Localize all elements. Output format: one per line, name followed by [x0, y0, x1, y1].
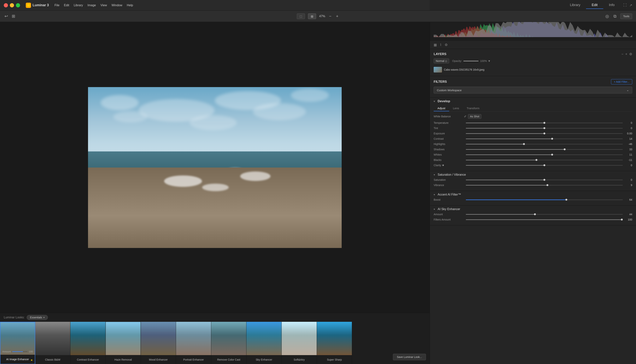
blacks-slider[interactable] — [466, 160, 623, 160]
look-portrait-enhancer[interactable]: Portrait Enhancer — [176, 322, 211, 364]
menu-view[interactable]: View — [100, 4, 107, 7]
filters-amount-slider[interactable] — [466, 220, 623, 220]
boost-slider[interactable] — [466, 200, 623, 200]
wb-eyedropper-icon[interactable]: ✐ — [464, 115, 466, 118]
layer-item[interactable]: Cabo waves DSC05176 16x9.jpeg — [434, 65, 632, 74]
menu-library[interactable]: Library — [74, 4, 83, 7]
temperature-slider[interactable] — [466, 123, 623, 123]
look-classic-bw[interactable]: Classic B&W — [35, 322, 70, 364]
panel-icons-row: ▦ ⌇ ⚙ — [430, 41, 636, 49]
amount-slider[interactable] — [12, 351, 28, 352]
look-thumb-mood — [141, 322, 176, 355]
vibrance-slider[interactable] — [466, 185, 623, 186]
sky-amount-slider[interactable] — [466, 214, 623, 215]
develop-tab-adjust[interactable]: Adjust — [434, 106, 449, 111]
exposure-slider[interactable] — [466, 133, 623, 134]
menu-edit[interactable]: Edit — [64, 4, 69, 7]
look-super-sharp[interactable]: Super Sharp — [317, 322, 352, 364]
opacity-slider[interactable] — [463, 61, 478, 61]
look-sky-enhancer[interactable]: Sky Enhancer — [246, 322, 282, 364]
look-contrast-enhancer[interactable]: Contrast Enhancer — [70, 322, 106, 364]
look-haze-removal[interactable]: Haze Removal — [106, 322, 141, 364]
edit-tab[interactable]: Edit — [586, 2, 603, 9]
essentials-tab[interactable]: Essentials × — [27, 315, 48, 320]
preview-before-icon[interactable]: ◎ — [604, 13, 610, 20]
layers-plus-button[interactable]: + — [625, 52, 627, 56]
waveform-icon[interactable]: ⌇ — [440, 43, 442, 47]
sky-amount-value: 44 — [625, 213, 632, 216]
develop-tab-transform[interactable]: Transform — [463, 106, 483, 111]
shadows-row: Shadows 33 — [434, 148, 632, 151]
maximize-button[interactable] — [16, 3, 20, 8]
menu-file[interactable]: File — [54, 4, 60, 7]
zoom-in-icon[interactable]: + — [335, 13, 339, 20]
clarity-thumb[interactable] — [544, 164, 545, 166]
look-soft-airy[interactable]: Soft&Airy — [282, 322, 317, 364]
histogram-panel-icon[interactable]: ▦ — [434, 43, 437, 47]
view-mode-btn[interactable]: ▨ — [308, 14, 316, 19]
workspace-selector[interactable]: Custom Workspace ⌄ — [434, 87, 632, 94]
exposure-thumb[interactable] — [544, 132, 545, 134]
toolbar-center-group: ⬚ ▨ 47% − + — [297, 13, 339, 20]
menu-help[interactable]: Help — [127, 4, 133, 7]
save-luminar-look-button[interactable]: Save Luminar Look... — [393, 354, 426, 360]
compare-icon[interactable]: ⧉ — [613, 13, 617, 20]
layer-thumbnail — [434, 67, 442, 72]
whites-row: Whites 11 — [434, 153, 632, 156]
close-button[interactable] — [4, 3, 8, 8]
layers-settings-icon[interactable]: ⚙ — [629, 52, 632, 56]
menu-image[interactable]: Image — [88, 4, 96, 7]
look-ai-image-enhancer[interactable]: Amount 100 AI Image Enhancer ★ — [0, 322, 35, 364]
shadows-thumb[interactable] — [564, 148, 566, 150]
filters-amount-thumb[interactable] — [621, 219, 623, 220]
aspect-ratio-btn[interactable]: ⬚ — [297, 14, 305, 19]
contrast-thumb[interactable] — [551, 138, 553, 140]
blacks-thumb[interactable] — [536, 159, 538, 161]
sky-amount-thumb[interactable] — [534, 213, 536, 215]
menu-window[interactable]: Window — [112, 4, 122, 7]
develop-header[interactable]: ▾ Develop — [434, 100, 632, 103]
accent-ai-header[interactable]: ▾ Accent AI Filter™ — [434, 193, 632, 196]
look-mood-enhancer[interactable]: Mood Enhancer — [141, 322, 176, 364]
grid-view-icon[interactable]: ⊞ — [11, 13, 16, 20]
boost-thumb[interactable] — [566, 199, 567, 201]
clarity-value: 0 — [625, 164, 632, 167]
tools-button[interactable]: Tools — [620, 14, 632, 19]
blend-mode-selector[interactable]: Normal ◇ — [434, 58, 449, 64]
look-label-remove: Remove Color Cast — [211, 355, 246, 364]
saturation-slider[interactable] — [466, 180, 623, 180]
whites-slider[interactable] — [466, 154, 623, 155]
ai-sky-enhancer-header[interactable]: ▾ AI Sky Enhancer — [434, 208, 632, 211]
back-icon[interactable]: ↩ — [4, 13, 9, 20]
whites-thumb[interactable] — [551, 154, 553, 156]
contrast-slider[interactable] — [466, 138, 623, 139]
saturation-thumb[interactable] — [544, 179, 545, 181]
look-star-ai[interactable]: ★ — [30, 358, 33, 362]
tint-thumb[interactable] — [544, 127, 545, 129]
wb-value-selector[interactable]: As Shot — [468, 114, 481, 119]
shadows-slider[interactable] — [466, 149, 623, 150]
looks-title: Luminar Looks: — [4, 316, 24, 319]
share-icon[interactable]: ↗ — [630, 3, 632, 8]
info-tab[interactable]: Info — [603, 2, 620, 9]
develop-tab-lens[interactable]: Lens — [449, 106, 463, 111]
zoom-out-icon[interactable]: − — [328, 13, 332, 20]
layers-minus-button[interactable]: − — [622, 52, 624, 56]
opacity-expand-icon[interactable]: ▾ — [488, 59, 490, 63]
look-amount-row: Amount 100 — [0, 350, 35, 353]
settings-panel-icon[interactable]: ⚙ — [445, 43, 448, 47]
look-remove-color-cast[interactable]: Remove Color Cast — [211, 322, 246, 364]
fullscreen-icon[interactable]: ⛶ — [623, 3, 627, 8]
temperature-thumb[interactable] — [544, 122, 545, 124]
clarity-slider[interactable] — [466, 165, 623, 166]
vibrance-thumb[interactable] — [546, 184, 548, 186]
highlights-thumb[interactable] — [523, 143, 525, 145]
essentials-tab-close[interactable]: × — [43, 316, 45, 319]
add-filter-button[interactable]: + Add Filter... — [611, 79, 632, 84]
tint-slider[interactable] — [466, 128, 623, 128]
highlights-slider[interactable] — [466, 144, 623, 144]
tint-row: Tint 0 — [434, 127, 632, 130]
saturation-vibrance-header[interactable]: ▾ Saturation / Vibrance — [434, 173, 632, 176]
minimize-button[interactable] — [10, 3, 14, 8]
library-tab[interactable]: Library — [564, 2, 586, 9]
